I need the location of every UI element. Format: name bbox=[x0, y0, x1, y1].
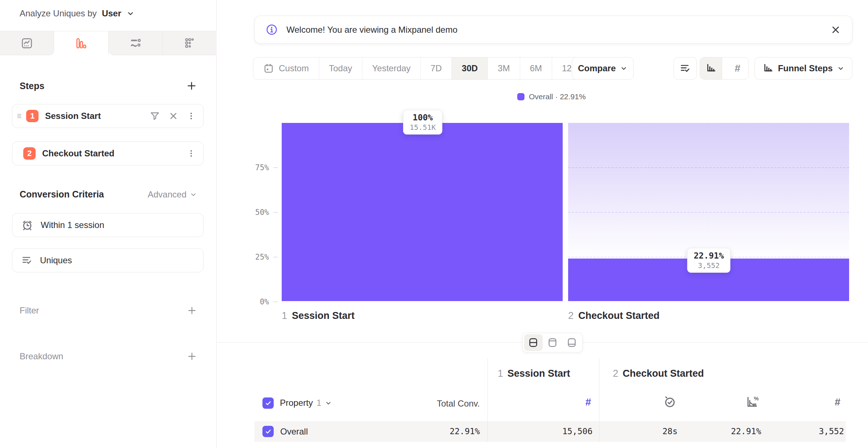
tab-retention[interactable] bbox=[163, 31, 217, 55]
hash-icon: # bbox=[735, 63, 740, 73]
chevron-down-icon bbox=[325, 400, 332, 407]
view-selector-funnel-steps[interactable]: Funnel Steps bbox=[755, 57, 852, 80]
welcome-banner: Welcome! You are viewing a Mixpanel demo bbox=[254, 16, 852, 44]
funnel-bar-step-1[interactable] bbox=[282, 123, 563, 301]
chevron-down-icon bbox=[620, 65, 627, 72]
counting-method-card[interactable]: Uniques bbox=[12, 248, 204, 272]
compare-label: Compare bbox=[578, 63, 616, 73]
advanced-dropdown[interactable]: Advanced bbox=[148, 189, 197, 200]
drag-handle-icon[interactable] bbox=[15, 112, 23, 120]
cell-conv-rate: 22.91% bbox=[688, 427, 761, 436]
remove-step-icon[interactable] bbox=[168, 111, 178, 121]
list-check-icon bbox=[21, 255, 33, 266]
check-icon bbox=[265, 428, 272, 435]
step-name: Checkout Started bbox=[623, 368, 704, 379]
table-column-divider bbox=[487, 358, 488, 442]
row-checkbox-overall[interactable] bbox=[262, 426, 274, 437]
bar-chart-icon bbox=[706, 63, 716, 74]
tab-flows[interactable] bbox=[109, 31, 163, 55]
date-range-yesterday[interactable]: Yesterday bbox=[362, 57, 421, 79]
funnel-dropoff-gradient bbox=[568, 123, 849, 259]
date-range-6m[interactable]: 6M bbox=[520, 57, 552, 79]
chart-mode-button[interactable] bbox=[700, 57, 722, 79]
steps-section-header: Steps bbox=[20, 80, 197, 91]
property-label: Property bbox=[280, 398, 313, 408]
date-range-30d[interactable]: 30D bbox=[452, 57, 488, 79]
row-name: Overall bbox=[280, 427, 308, 437]
filter-step-icon[interactable] bbox=[149, 111, 160, 121]
step-kebab-menu-icon[interactable] bbox=[186, 111, 196, 121]
hash-icon-metric-count[interactable]: # bbox=[824, 397, 840, 407]
panel-layout-toggles bbox=[522, 333, 583, 352]
hash-icon-metric-count[interactable]: # bbox=[574, 397, 591, 407]
add-step-button[interactable] bbox=[186, 80, 197, 91]
step-label: Session Start bbox=[45, 111, 149, 121]
date-range-3m[interactable]: 3M bbox=[488, 57, 520, 79]
y-axis-tick: 0% bbox=[240, 297, 269, 306]
split-middle-icon bbox=[528, 337, 539, 348]
date-range-label: 3M bbox=[498, 63, 510, 73]
layout-chart-top-button[interactable] bbox=[543, 334, 562, 351]
add-filter-button[interactable] bbox=[187, 305, 197, 316]
query-builder-sidebar: Analyze Uniques by User Steps 1 bbox=[0, 0, 217, 448]
gridline-75 bbox=[568, 167, 849, 168]
step-card-checkout-started[interactable]: 2 Checkout Started bbox=[12, 141, 204, 165]
chevron-down-icon bbox=[190, 191, 197, 198]
analyze-by-label: Analyze Uniques by bbox=[20, 8, 97, 19]
cell-total-conv: 22.91% bbox=[407, 427, 480, 436]
date-range-label: 30D bbox=[462, 63, 478, 73]
step-kebab-menu-icon[interactable] bbox=[186, 149, 196, 158]
info-icon bbox=[266, 24, 278, 36]
analyze-by-value-dropdown[interactable]: User bbox=[102, 8, 121, 19]
date-range-label: Today bbox=[329, 63, 352, 73]
step-number-badge: 1 bbox=[26, 110, 39, 122]
conversion-window-card[interactable]: Within 1 session bbox=[12, 213, 204, 237]
funnel-bars-icon bbox=[75, 37, 87, 49]
bar-value-tooltip-step-1: 100% 15.51K bbox=[403, 110, 442, 135]
date-range-label: 6M bbox=[530, 63, 542, 73]
step-number-badge: 2 bbox=[23, 147, 36, 160]
alarm-clock-icon bbox=[21, 219, 33, 231]
filter-title: Filter bbox=[20, 305, 39, 316]
banner-close-icon[interactable] bbox=[830, 24, 841, 35]
chart-legend[interactable]: Overall · 22.91% bbox=[517, 92, 586, 101]
chevron-down-icon[interactable] bbox=[126, 9, 134, 17]
avg-time-to-convert-icon[interactable] bbox=[663, 395, 677, 409]
axis-tickmark bbox=[273, 212, 278, 213]
banner-message: Welcome! You are viewing a Mixpanel demo bbox=[286, 25, 821, 35]
step-card-session-start[interactable]: 1 Session Start bbox=[12, 104, 204, 128]
conversion-window-label: Within 1 session bbox=[41, 220, 104, 230]
date-range-7d[interactable]: 7D bbox=[421, 57, 452, 79]
tooltip-count: 15.51K bbox=[410, 123, 436, 132]
flows-icon bbox=[129, 37, 142, 49]
list-check-icon bbox=[679, 63, 691, 74]
breakdown-section-header: Breakdown bbox=[20, 351, 197, 361]
metrics-list-button[interactable] bbox=[674, 57, 697, 80]
step-name: Session Start bbox=[507, 368, 570, 379]
split-top-icon bbox=[547, 337, 558, 348]
axis-tickmark bbox=[273, 167, 278, 168]
date-range-today[interactable]: Today bbox=[319, 57, 362, 79]
select-all-checkbox[interactable] bbox=[262, 397, 274, 409]
compare-button[interactable]: Compare bbox=[572, 57, 634, 80]
y-axis-tick: 50% bbox=[240, 208, 269, 217]
property-selector[interactable]: Property 1 bbox=[280, 398, 332, 408]
tab-funnels[interactable] bbox=[54, 31, 108, 55]
funnel-chart bbox=[282, 123, 849, 301]
layout-split-horizontal-button[interactable] bbox=[524, 334, 543, 351]
axis-tickmark bbox=[273, 257, 278, 257]
number-mode-button[interactable]: # bbox=[727, 57, 748, 79]
cell-step2-count: 3,552 bbox=[771, 427, 844, 436]
date-range-selector: Custom Today Yesterday 7D 30D 3M 6M 12M bbox=[253, 57, 589, 80]
add-breakdown-button[interactable] bbox=[187, 351, 197, 361]
tooltip-percent: 100% bbox=[410, 113, 436, 122]
tab-insights[interactable] bbox=[0, 31, 54, 55]
date-range-label: 7D bbox=[431, 63, 442, 73]
bar-value-tooltip-step-2: 22.91% 3,552 bbox=[687, 248, 730, 273]
layout-table-bottom-button[interactable] bbox=[562, 334, 581, 351]
conversion-rate-icon[interactable] bbox=[745, 395, 759, 409]
retention-icon bbox=[184, 37, 196, 49]
chevron-down-icon bbox=[837, 65, 844, 72]
date-range-custom[interactable]: Custom bbox=[253, 57, 319, 79]
axis-tickmark bbox=[273, 301, 278, 302]
